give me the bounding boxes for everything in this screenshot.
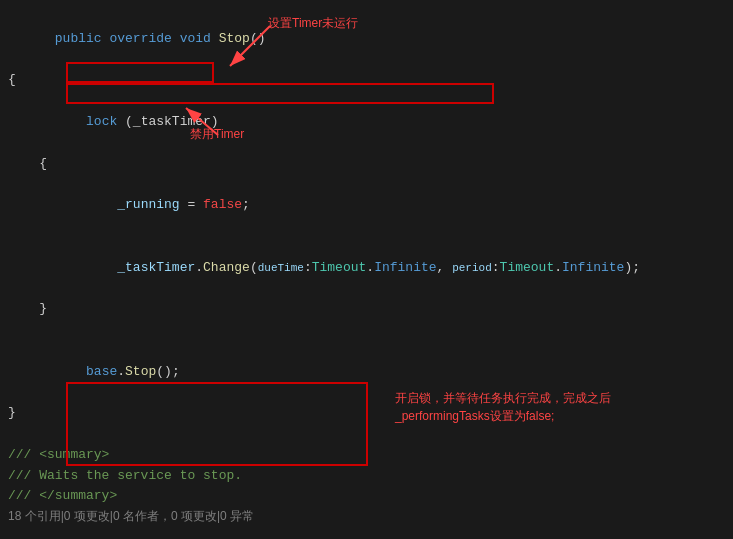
keyword-public: public — [55, 31, 110, 46]
keyword-void: void — [180, 31, 219, 46]
code-line-5: _running = false; — [0, 174, 733, 236]
code-line-12: /// <summary> — [0, 445, 733, 466]
code-container: public override void Stop() { lock (_tas… — [0, 0, 733, 539]
code-line-10: } — [0, 403, 733, 424]
code-line-15: 18 个引用|0 项更改|0 名作者，0 项更改|0 异常 — [0, 507, 733, 526]
code-line-1: public override void Stop() — [0, 8, 733, 70]
code-line-7: } — [0, 299, 733, 320]
code-line-6: _taskTimer.Change(dueTime:Timeout.Infini… — [0, 237, 733, 299]
code-line-4: { — [0, 154, 733, 175]
code-line-9: base.Stop(); — [0, 341, 733, 403]
code-line-2: { — [0, 70, 733, 91]
code-line-13: /// Waits the service to stop. — [0, 466, 733, 487]
keyword-override: override — [109, 31, 179, 46]
code-line-14: /// </summary> — [0, 486, 733, 507]
func-stop: Stop — [219, 31, 250, 46]
code-line-11 — [0, 424, 733, 445]
code-line-3: lock (_taskTimer) — [0, 91, 733, 153]
code-line-8 — [0, 320, 733, 341]
code-line-16: public override void WaitToStop() — [0, 526, 733, 539]
